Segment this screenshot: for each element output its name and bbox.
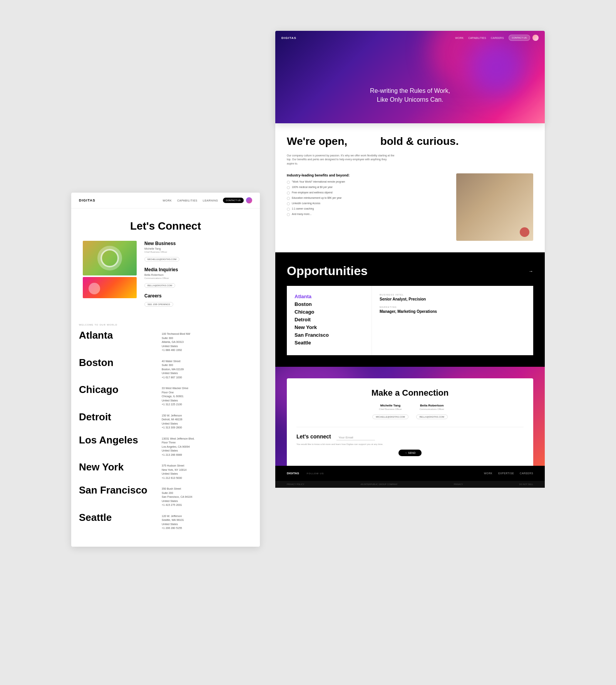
right-column: DIGITAS WORK CAPABILITIES CAREERS CONTAC… [275, 31, 545, 488]
opps-city-seattle[interactable]: Seattle [295, 340, 364, 346]
city-name-sf: San Francisco [79, 485, 156, 496]
benefit-dot-2 [287, 186, 290, 189]
media-inquiries-category: Media Inquiries Bella Robertson Communic… [144, 267, 248, 288]
benefit-7: And many more... [287, 213, 449, 216]
left-nav: DIGITAS WORK CAPABILITIES LEARNING CONTA… [71, 193, 260, 208]
hero-nav-work[interactable]: WORK [455, 37, 464, 39]
hero-avatar [532, 35, 539, 41]
city-boston: Boston 40 Water StreetSuite 300Boston, M… [79, 357, 252, 380]
connect-content: New Business Michelle Tang Chief Busines… [83, 241, 248, 312]
mc-person-2-name: Bella Robertson [416, 404, 448, 407]
left-logo: DIGITAS [79, 198, 95, 202]
benefits-list: Industry-leading benefits and beyond: "W… [287, 173, 449, 218]
connect-image-1 [83, 241, 137, 275]
benefit-dot-4 [287, 197, 290, 200]
city-name-atlanta: Atlanta [79, 330, 156, 341]
new-business-role: Chief Business Officer [144, 251, 248, 253]
city-seattle: Seattle 120 W. JeffersonSeattle, WA 9810… [79, 512, 252, 531]
city-address-chicago: 33 West Wacker DriveFloor OneChicago, IL… [162, 384, 188, 407]
mc-connect-section: Let's connect Your Email You would like … [296, 427, 524, 456]
city-atlanta: Atlanta 100 Techwood Blvd NWSuite 300Atl… [79, 330, 252, 353]
job-label-1: BUSINESS INTEL [380, 294, 526, 296]
footer-logo: DIGITAS [287, 472, 299, 475]
mc-person-1-role: Chief Business Officer [372, 408, 408, 410]
city-name-la: Los Angeles [79, 435, 156, 446]
footer-link-careers[interactable]: CAREERS [520, 472, 533, 475]
careers-btn[interactable]: SEE JOB OPENINGS [144, 302, 173, 307]
media-person: Bella Robertson [144, 274, 248, 276]
about-subtext: Our company culture is powered by passio… [287, 154, 395, 166]
mc-person-2-role: Communications Officer [416, 408, 448, 410]
city-address-la: 13031 West Jefferson Blvd.Floor ThreeLos… [162, 435, 194, 457]
about-heading-line1: We're open, [287, 135, 347, 147]
opps-arrow[interactable]: → [529, 269, 533, 274]
mc-submit-btn[interactable]: → SEND [398, 450, 422, 456]
hero-logo: DIGITAS [281, 36, 296, 40]
city-address-detroit: 150 W. JeffersonDetroit, MI 48226United … [162, 411, 182, 430]
mc-white-section: Make a Connection Michelle Tang Chief Bu… [287, 378, 533, 466]
benefit-dot-6 [287, 208, 290, 211]
benefit-text-1: "Work Your World" international remote p… [292, 180, 345, 183]
opps-header: Opportunities → [287, 264, 533, 278]
benefit-6: 1:1 career coaching [287, 207, 449, 211]
lets-connect-section: Let's Connect New Business Michelle Tang… [71, 208, 260, 320]
hero-contact-btn[interactable]: CONTACT US [509, 35, 530, 41]
hero-blob-2 [468, 39, 526, 96]
city-name-boston: Boston [79, 357, 156, 368]
job-title-1[interactable]: Senior Analyst, Precision [380, 297, 526, 301]
about-heading-line2: bold & curious. [380, 135, 459, 147]
follow-us-label: FOLLOW US [307, 472, 324, 475]
opps-city-ny[interactable]: New York [295, 324, 364, 330]
hero-headline-1: Re-writing the Rules of Work, [370, 87, 450, 95]
benefits-title: Industry-leading benefits and beyond: [287, 173, 449, 177]
hero-headline-2: Like Only Unicorns Can. [370, 96, 450, 104]
welcome-label: WELCOME TO OUR WORLD [79, 324, 252, 326]
nav-work[interactable]: WORK [162, 199, 172, 202]
hero-nav-capabilities[interactable]: CAPABILITIES [468, 37, 486, 39]
mc-person-1-email[interactable]: MICHELLE@DIGITAS.COM [372, 415, 408, 419]
hero-nav-careers[interactable]: CAREERS [491, 37, 504, 39]
footer-privacy[interactable]: PRIVACY POLICY [287, 483, 304, 485]
new-business-email[interactable]: MICHELLE@DIGITAS.COM [144, 257, 179, 262]
city-sf: San Francisco 350 Bush StreetSuite 200Sa… [79, 485, 252, 507]
footer-link-expertise[interactable]: EXPERTISE [498, 472, 514, 475]
job-label-2: MARKETING [380, 306, 526, 308]
opps-city-atlanta[interactable]: Atlanta [295, 294, 364, 299]
city-address-sf: 350 Bush StreetSuite 200San Francisco, C… [162, 485, 192, 507]
connect-info: New Business Michelle Tang Chief Busines… [144, 241, 248, 312]
mc-title: Make a Connection [296, 388, 524, 398]
job-title-2[interactable]: Manager, Marketing Operations [380, 309, 526, 314]
footer-opt-out[interactable]: DO NOT SELL [519, 483, 533, 485]
hero-nav-links: WORK CAPABILITIES CAREERS [455, 37, 504, 39]
footer-privacy2[interactable]: PRIVACY [454, 483, 463, 485]
mc-person-1-name: Michelle Tang [372, 404, 408, 407]
lets-connect-title: Let's Connect [83, 220, 248, 232]
city-address-ny: 375 Hudson StreetNew York, NY 10014Unite… [162, 462, 186, 480]
footer-links: WORK EXPERTISE CAREERS [484, 472, 533, 475]
nav-capabilities[interactable]: CAPABILITIES [177, 199, 198, 202]
left-contact-btn[interactable]: CONTACT US [223, 198, 244, 203]
opps-city-boston[interactable]: Boston [295, 301, 364, 307]
offices-section: WELCOME TO OUR WORLD Atlanta 100 Techwoo… [71, 320, 260, 547]
mc-email-input[interactable]: Your Email [336, 435, 375, 440]
opps-jobs: BUSINESS INTEL Senior Analyst, Precision… [372, 286, 533, 355]
city-name-ny: New York [79, 462, 156, 473]
careers-category: Careers SEE JOB OPENINGS [144, 293, 248, 307]
connect-image-2 [83, 277, 137, 298]
make-connection-card: Make a Connection Michelle Tang Chief Bu… [275, 367, 545, 488]
page-container: DIGITAS WORK CAPABILITIES LEARNING CONTA… [0, 0, 616, 685]
about-heading: We're open, bold & curious. [287, 135, 533, 148]
benefit-text-6: 1:1 career coaching [292, 207, 314, 210]
opps-city-chicago[interactable]: Chicago [295, 309, 364, 315]
mc-person-1: Michelle Tang Chief Business Officer MIC… [372, 404, 408, 419]
media-email[interactable]: BELLA@DIGITAS.COM [144, 283, 175, 288]
nav-learning[interactable]: LEARNING [203, 199, 218, 202]
mc-note: You would like to know a bit more and le… [296, 443, 524, 446]
opps-city-detroit[interactable]: Detroit [295, 317, 364, 322]
benefit-dot-5 [287, 202, 290, 205]
city-ny: New York 375 Hudson StreetNew York, NY 1… [79, 462, 252, 480]
footer-link-work[interactable]: WORK [484, 472, 492, 475]
opps-city-sf[interactable]: San Francisco [295, 332, 364, 338]
benefit-dot-7 [287, 213, 290, 216]
mc-person-2-email[interactable]: BELLA@DIGITAS.COM [416, 415, 448, 419]
